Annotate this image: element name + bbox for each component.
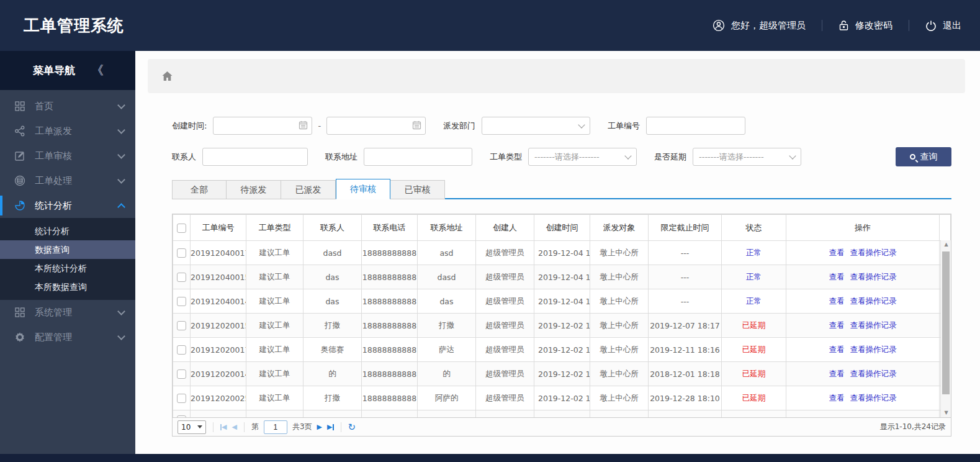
status-badge: 正常 bbox=[746, 248, 762, 257]
record-summary: 显示1-10,共24记录 bbox=[880, 422, 946, 432]
sidebar-item-统计分析[interactable]: 统计分析 bbox=[0, 193, 135, 218]
range-separator: - bbox=[318, 121, 321, 130]
user-greeting[interactable]: 您好，超级管理员 bbox=[713, 19, 806, 32]
view-log-link[interactable]: 查看操作记录 bbox=[850, 248, 897, 257]
view-log-link[interactable]: 查看操作记录 bbox=[850, 320, 897, 330]
sidebar-subitem-统计分析[interactable]: 统计分析 bbox=[0, 222, 135, 240]
chevron-down-icon bbox=[197, 425, 202, 428]
page-number-input[interactable] bbox=[264, 420, 287, 434]
cell-phone: 18888888888 bbox=[362, 362, 418, 386]
sidebar-item-系统管理[interactable]: 系统管理 bbox=[0, 300, 135, 325]
sidebar-item-工单审核[interactable]: 工单审核 bbox=[0, 143, 135, 168]
table-header: 工单编号工单类型联系人联系电话联系地址创建人创建时间派发对象限定截止时间状态操作 bbox=[173, 215, 951, 241]
logout-button[interactable]: 退出 bbox=[925, 20, 961, 32]
next-page-button[interactable]: ▶ bbox=[317, 423, 322, 431]
table-row: 201912040014C建议工单das18888888888das超级管理员2… bbox=[173, 289, 951, 314]
cell-created: 2019-12-02 16 bbox=[534, 314, 590, 338]
scrollbar-thumb[interactable] bbox=[942, 251, 950, 394]
view-link[interactable]: 查看 bbox=[829, 272, 845, 281]
sidebar-item-label: 配置管理 bbox=[35, 332, 119, 343]
last-page-button[interactable]: ▶ bbox=[327, 423, 333, 431]
view-link[interactable]: 查看 bbox=[829, 320, 845, 330]
cell-actions: 查看查看操作记录 bbox=[786, 338, 940, 362]
row-checkbox[interactable] bbox=[177, 273, 186, 282]
select-all-header bbox=[173, 215, 191, 241]
contact-input[interactable] bbox=[202, 148, 308, 166]
collapse-sidebar-icon[interactable]: 《 bbox=[91, 62, 102, 79]
delay-select[interactable]: -------请选择------- bbox=[693, 148, 801, 166]
row-checkbox[interactable] bbox=[177, 248, 186, 258]
cell-contact: 打撒 bbox=[303, 386, 362, 410]
sidebar-item-label: 首页 bbox=[35, 101, 119, 112]
scroll-down-icon[interactable]: ▼ bbox=[941, 409, 951, 417]
row-checkbox[interactable] bbox=[177, 394, 186, 403]
row-checkbox[interactable] bbox=[177, 345, 186, 355]
view-log-link[interactable]: 查看操作记录 bbox=[850, 369, 897, 378]
page-size-select[interactable]: 10 bbox=[178, 420, 206, 434]
sidebar-subitem-本所数据查询[interactable]: 本所数据查询 bbox=[0, 278, 135, 296]
row-checkbox[interactable] bbox=[177, 369, 186, 379]
main-content: 创建时间: - bbox=[135, 51, 980, 454]
view-log-link[interactable]: 查看操作记录 bbox=[850, 345, 897, 354]
search-button[interactable]: 查询 bbox=[896, 147, 951, 166]
pie-chart-icon bbox=[14, 200, 26, 211]
cell-contact: 的 bbox=[303, 362, 362, 386]
tab-已派发[interactable]: 已派发 bbox=[281, 180, 336, 199]
view-link[interactable]: 查看 bbox=[829, 296, 845, 306]
order-no-input[interactable] bbox=[646, 117, 745, 135]
sidebar-subitem-数据查询[interactable]: 数据查询 bbox=[0, 240, 135, 259]
create-time-start-input[interactable] bbox=[213, 117, 312, 135]
select-all-checkbox[interactable] bbox=[177, 224, 186, 233]
row-checkbox[interactable] bbox=[177, 297, 186, 306]
view-link[interactable]: 查看 bbox=[829, 345, 845, 354]
cell-status: 正常 bbox=[722, 241, 786, 265]
calendar-icon[interactable] bbox=[299, 120, 308, 132]
view-link[interactable]: 查看 bbox=[829, 393, 845, 402]
table-scrollbar[interactable]: ▲ ▼ bbox=[940, 240, 951, 417]
tab-待派发[interactable]: 待派发 bbox=[227, 180, 281, 199]
chevron-down-icon bbox=[117, 126, 125, 134]
cell-contact: das bbox=[303, 265, 362, 289]
view-log-link[interactable]: 查看操作记录 bbox=[850, 393, 897, 402]
row-checkbox[interactable] bbox=[177, 415, 186, 417]
cell-actions: 查看查看操作记录 bbox=[786, 362, 940, 386]
chevron-down-icon bbox=[117, 307, 125, 315]
home-icon[interactable] bbox=[161, 71, 173, 82]
address-input[interactable] bbox=[364, 148, 472, 166]
calendar-icon[interactable] bbox=[412, 120, 421, 132]
dispatch-dept-select[interactable] bbox=[482, 117, 590, 135]
contact-label: 联系人 bbox=[172, 152, 196, 163]
change-password-button[interactable]: 修改密码 bbox=[838, 20, 892, 32]
cell-order_no: 201912040017C bbox=[191, 241, 246, 265]
tab-已审核[interactable]: 已审核 bbox=[390, 180, 445, 199]
refresh-icon[interactable]: ↻ bbox=[348, 422, 356, 433]
order-type-select[interactable]: -------请选择------- bbox=[528, 148, 637, 166]
sidebar-item-首页[interactable]: 首页 bbox=[0, 94, 135, 119]
tab-待审核[interactable]: 待审核 bbox=[336, 179, 390, 199]
view-link[interactable]: 查看 bbox=[829, 248, 845, 257]
sidebar-item-工单处理[interactable]: 工单处理 bbox=[0, 168, 135, 193]
view-log-link[interactable]: 查看操作记录 bbox=[850, 296, 897, 306]
prev-page-button[interactable]: ◀ bbox=[232, 423, 236, 431]
cell-creator: 超级管理员 bbox=[476, 386, 534, 410]
scroll-up-icon[interactable]: ▲ bbox=[941, 240, 951, 249]
column-header: 状态 bbox=[722, 215, 786, 241]
cell-creator: 超级管理员 bbox=[476, 241, 534, 265]
cell-deadline: --- bbox=[649, 265, 722, 289]
sidebar-item-配置管理[interactable]: 配置管理 bbox=[0, 325, 135, 350]
app-header: 工单管理系统 您好，超级管理员 修改密码 bbox=[0, 0, 980, 51]
page-prefix-label: 第 bbox=[251, 422, 259, 432]
sidebar-item-工单派发[interactable]: 工单派发 bbox=[0, 119, 135, 143]
tab-全部[interactable]: 全部 bbox=[172, 180, 227, 199]
create-time-end-input[interactable] bbox=[326, 117, 426, 135]
first-page-button[interactable]: ◀ bbox=[220, 423, 227, 431]
cell-actions: 查看查看操作记录 bbox=[786, 265, 940, 289]
change-password-label: 修改密码 bbox=[855, 20, 892, 32]
cell-address: das bbox=[418, 289, 476, 314]
view-log-link[interactable]: 查看操作记录 bbox=[850, 272, 897, 281]
sidebar-item-label: 统计分析 bbox=[35, 200, 119, 212]
row-checkbox[interactable] bbox=[177, 321, 186, 330]
column-header: 创建时间 bbox=[534, 215, 590, 241]
view-link[interactable]: 查看 bbox=[829, 369, 845, 378]
sidebar-subitem-本所统计分析[interactable]: 本所统计分析 bbox=[0, 259, 135, 278]
